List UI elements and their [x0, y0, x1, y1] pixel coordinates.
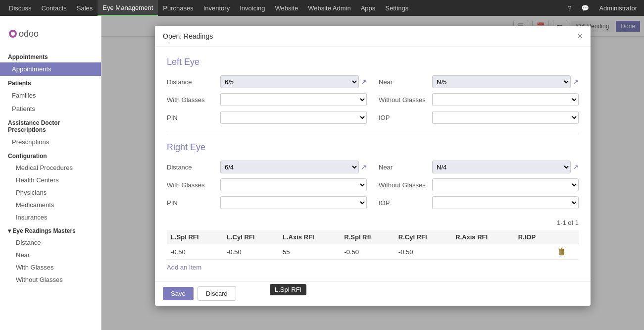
left-near-row: Near N/5 ↗ — [379, 75, 579, 88]
odoo-logo: odoo — [0, 16, 101, 50]
content-area: ☰ 📅 ✏ Still Pending Done Open: Readings … — [101, 16, 644, 330]
left-near-label: Near — [379, 78, 428, 86]
right-eye-title: Right Eye — [167, 142, 579, 153]
sidebar-section-appointments[interactable]: Appointments — [0, 50, 101, 62]
sidebar-item-distance[interactable]: Distance — [0, 236, 101, 249]
left-iop-row: IOP — [379, 111, 579, 124]
navbar-purchases[interactable]: Purchases — [158, 0, 198, 16]
discard-button[interactable]: Discard — [198, 286, 236, 301]
left-near-select-wrapper: N/5 ↗ — [432, 75, 579, 88]
right-iop-select[interactable] — [432, 196, 579, 209]
right-without-glasses-wrapper — [432, 178, 579, 191]
left-without-glasses-label: Without Glasses — [379, 96, 428, 104]
sidebar-item-without-glasses[interactable]: Without Glasses — [0, 274, 101, 286]
svg-point-1 — [11, 32, 15, 36]
left-distance-select-wrapper: 6/5 ↗ — [220, 75, 367, 88]
navbar-sales[interactable]: Sales — [72, 0, 98, 16]
right-distance-select[interactable]: 6/4 — [220, 161, 359, 173]
left-near-select[interactable]: N/5 — [432, 75, 571, 88]
sidebar-item-insurances[interactable]: Insurances — [0, 211, 101, 223]
left-eye-title: Left Eye — [167, 57, 579, 67]
col-r-spl: R.Spl Rfl — [340, 230, 395, 244]
navbar-settings[interactable]: Settings — [380, 0, 413, 16]
sidebar-item-medical-procedures[interactable]: Medical Procedures — [0, 162, 101, 174]
navbar-invoicing[interactable]: Invoicing — [235, 0, 270, 16]
save-button[interactable]: Save — [163, 287, 194, 300]
svg-text:odoo: odoo — [19, 29, 39, 39]
left-near-external-icon[interactable]: ↗ — [573, 78, 579, 86]
cell-r-spl: -0.50 — [340, 244, 395, 260]
navbar-right: ? 💬 Administrator — [565, 4, 640, 12]
col-l-cyl: L.Cyl RFI — [223, 230, 279, 244]
navbar-website-admin[interactable]: Website Admin — [303, 0, 355, 16]
left-distance-select[interactable]: 6/5 — [220, 75, 359, 88]
left-iop-select[interactable] — [432, 111, 579, 124]
sidebar-item-health-centers[interactable]: Health Centers — [0, 174, 101, 186]
modal-body: Left Eye Distance 6/5 ↗ — [155, 47, 591, 281]
navbar-contacts[interactable]: Contacts — [37, 0, 72, 16]
right-eye-form: Distance 6/4 ↗ Near — [167, 161, 579, 209]
right-near-external-icon[interactable]: ↗ — [573, 163, 579, 171]
right-distance-row: Distance 6/4 ↗ — [167, 161, 367, 173]
sidebar-item-with-glasses[interactable]: With Glasses — [0, 261, 101, 274]
left-pin-select[interactable] — [220, 111, 367, 124]
navbar-website[interactable]: Website — [270, 0, 303, 16]
right-without-glasses-select[interactable] — [432, 178, 579, 191]
right-near-select[interactable]: N/4 — [432, 161, 571, 173]
sidebar-item-prescriptions[interactable]: Prescriptions — [0, 135, 101, 149]
readings-table-header: L.Spl RFI L.Cyl RFI L.Axis RFI R.Spl Rfl… — [167, 230, 579, 244]
modal-backdrop[interactable]: Open: Readings × Left Eye Distance — [101, 16, 644, 330]
table-row: -0.50 -0.50 55 -0.50 -0.50 🗑 — [167, 244, 579, 260]
navbar-eye-management[interactable]: Eye Management — [98, 0, 158, 16]
right-iop-label: IOP — [379, 199, 428, 207]
navbar-inventory[interactable]: Inventory — [198, 0, 235, 16]
delete-row-icon[interactable]: 🗑 — [558, 247, 566, 256]
modal-close-button[interactable]: × — [577, 32, 583, 41]
right-with-glasses-select[interactable] — [220, 178, 367, 191]
modal-title: Open: Readings — [163, 32, 213, 40]
right-iop-row: IOP — [379, 196, 579, 209]
readings-table-body: -0.50 -0.50 55 -0.50 -0.50 🗑 — [167, 244, 579, 260]
sidebar-item-medicaments[interactable]: Medicaments — [0, 199, 101, 211]
sidebar-item-patients[interactable]: Patients — [0, 102, 101, 115]
readings-table: L.Spl RFI L.Cyl RFI L.Axis RFI R.Spl Rfl… — [167, 230, 579, 260]
left-with-glasses-label: With Glasses — [167, 96, 216, 104]
readings-modal: Open: Readings × Left Eye Distance — [155, 26, 591, 306]
navbar-discuss[interactable]: Discuss — [4, 0, 37, 16]
user-menu[interactable]: Administrator — [596, 4, 640, 12]
cell-l-axis: 55 — [279, 244, 340, 260]
chat-icon[interactable]: 💬 — [578, 4, 592, 12]
left-without-glasses-select[interactable] — [432, 93, 579, 106]
left-with-glasses-select[interactable] — [220, 93, 367, 106]
right-with-glasses-row: With Glasses — [167, 178, 367, 191]
eye-separator — [167, 134, 579, 134]
sidebar-section-assistance[interactable]: Assistance Doctor Prescriptions — [0, 115, 101, 135]
right-pin-select[interactable] — [220, 196, 367, 209]
right-distance-label: Distance — [167, 164, 216, 171]
sidebar-section-eye-readings[interactable]: ▾ Eye Readings Masters — [0, 223, 101, 236]
left-iop-label: IOP — [379, 114, 428, 121]
left-distance-external-icon[interactable]: ↗ — [361, 78, 367, 86]
add-item-link[interactable]: Add an Item — [167, 264, 201, 271]
right-near-label: Near — [379, 164, 428, 171]
right-distance-external-icon[interactable]: ↗ — [361, 163, 367, 171]
left-with-glasses-row: With Glasses — [167, 93, 367, 106]
cell-l-cyl: -0.50 — [223, 244, 279, 260]
sidebar-item-physicians[interactable]: Physicians — [0, 186, 101, 199]
sidebar-item-near[interactable]: Near — [0, 249, 101, 261]
sidebar-item-appointments[interactable]: Appointments — [0, 62, 101, 76]
cell-l-spl: -0.50 — [167, 244, 223, 260]
right-with-glasses-label: With Glasses — [167, 181, 216, 189]
left-iop-wrapper — [432, 111, 579, 124]
col-l-axis: L.Axis RFI — [279, 230, 340, 244]
navbar-apps[interactable]: Apps — [356, 0, 381, 16]
cell-r-cyl: -0.50 — [395, 244, 451, 260]
help-icon[interactable]: ? — [565, 4, 574, 12]
sidebar-item-families[interactable]: Families — [0, 89, 101, 102]
sidebar-section-patients[interactable]: Patients — [0, 76, 101, 89]
right-without-glasses-row: Without Glasses — [379, 178, 579, 191]
col-actions — [554, 230, 579, 244]
top-navbar: Discuss Contacts Sales Eye Management Pu… — [0, 0, 644, 16]
right-eye-section: Right Eye Distance 6/4 ↗ — [167, 142, 579, 209]
sidebar-section-configuration[interactable]: Configuration — [0, 149, 101, 162]
